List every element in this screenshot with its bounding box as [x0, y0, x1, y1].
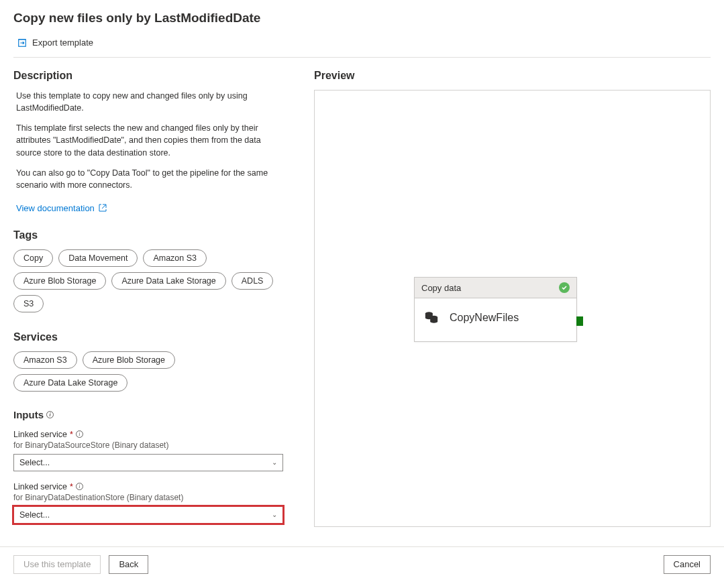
input-label-row: Linked service * [13, 430, 290, 439]
select-placeholder: Select... [19, 510, 50, 520]
tags-row: CopyData MovementAmazon S3Azure Blob Sto… [13, 249, 290, 312]
export-template-link[interactable]: Export template [17, 38, 93, 48]
cancel-button[interactable]: Cancel [664, 555, 711, 574]
activity-name: CopyNewFiles [450, 312, 519, 324]
info-icon[interactable] [76, 483, 83, 490]
input-hint: for BinaryDataDestinationStore (Binary d… [13, 493, 290, 502]
description-text-3: You can also go to "Copy Data Tool" to g… [16, 167, 287, 191]
input-hint: for BinaryDataSourceStore (Binary datase… [13, 440, 290, 450]
back-button[interactable]: Back [109, 555, 148, 574]
info-icon[interactable] [46, 411, 54, 418]
description-heading: Description [13, 70, 290, 82]
activity-card[interactable]: Copy data CopyNewFiles [414, 277, 577, 342]
tag-pill[interactable]: Azure Blob Storage [13, 272, 106, 290]
view-documentation-label: View documentation [16, 203, 95, 213]
tag-pill[interactable]: Amazon S3 [143, 249, 207, 267]
inputs-heading: Inputs [13, 409, 44, 420]
service-pill[interactable]: Amazon S3 [13, 351, 77, 369]
description-text-2: This template first selects the new and … [16, 122, 287, 158]
tag-pill[interactable]: Azure Data Lake Storage [111, 272, 225, 290]
use-this-template-button: Use this template [13, 555, 101, 574]
select-placeholder: Select... [19, 458, 50, 467]
tag-pill[interactable]: S3 [13, 295, 44, 312]
tags-heading: Tags [13, 229, 290, 241]
required-asterisk: * [70, 482, 73, 491]
export-icon [17, 38, 27, 48]
linked-service-select[interactable]: Select...⌄ [13, 506, 283, 524]
service-pill[interactable]: Azure Blob Storage [83, 351, 175, 369]
description-text-1: Use this template to copy new and change… [16, 90, 287, 114]
activity-header: Copy data [415, 278, 576, 298]
info-icon[interactable] [76, 430, 83, 438]
preview-canvas[interactable]: Copy data CopyNewFiles [314, 90, 711, 527]
linked-service-select[interactable]: Select...⌄ [13, 454, 283, 471]
input-label: Linked service [13, 430, 67, 439]
input-label: Linked service [13, 482, 67, 491]
activity-output-handle[interactable] [576, 316, 583, 326]
divider [13, 57, 711, 58]
external-link-icon [99, 204, 107, 212]
tag-pill[interactable]: Data Movement [58, 249, 138, 267]
success-badge-icon [559, 282, 570, 293]
activity-header-label: Copy data [421, 283, 461, 293]
inputs-heading-row: Inputs [13, 409, 290, 420]
tag-pill[interactable]: Copy [13, 249, 53, 267]
preview-heading: Preview [314, 70, 711, 82]
services-row: Amazon S3Azure Blob StorageAzure Data La… [13, 351, 290, 392]
export-template-label: Export template [32, 38, 93, 48]
services-heading: Services [13, 331, 290, 343]
service-pill[interactable]: Azure Data Lake Storage [13, 374, 127, 392]
chevron-down-icon: ⌄ [272, 459, 277, 466]
required-asterisk: * [70, 430, 73, 439]
page-title: Copy new files only by LastModifiedDate [13, 11, 711, 25]
database-copy-icon [424, 310, 439, 325]
chevron-down-icon: ⌄ [272, 511, 277, 518]
activity-body: CopyNewFiles [415, 298, 576, 341]
footer: Use this template Back Cancel [0, 546, 724, 585]
view-documentation-link[interactable]: View documentation [16, 203, 107, 213]
input-label-row: Linked service * [13, 482, 290, 491]
tag-pill[interactable]: ADLS [231, 272, 274, 290]
